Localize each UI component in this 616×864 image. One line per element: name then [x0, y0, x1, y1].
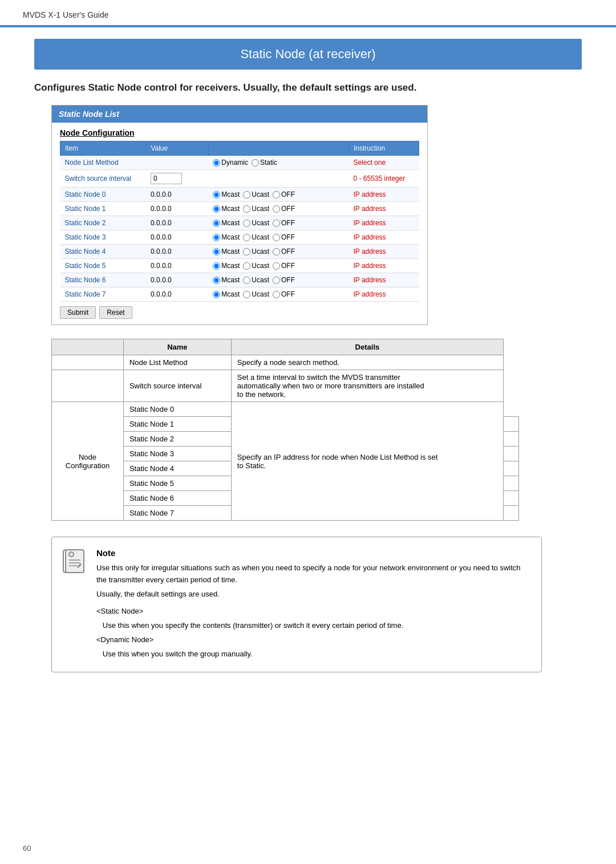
reset-button[interactable]: Reset	[99, 306, 132, 319]
radio-off-5[interactable]	[273, 234, 280, 241]
radio-off-3[interactable]	[273, 205, 280, 213]
label-ucast[interactable]: Ucast	[243, 219, 269, 227]
cell-item: Static Node 3	[60, 230, 146, 245]
radio-mcast-3[interactable]	[213, 205, 220, 213]
cell-value: 0.0.0.0	[146, 202, 208, 216]
label-ucast[interactable]: Ucast	[243, 248, 269, 255]
label-off[interactable]: OFF	[273, 248, 295, 255]
panel-body: Node Configuration Item Value Instructio…	[52, 123, 427, 324]
cell-radio[interactable]: Mcast Ucast OFF	[208, 202, 348, 216]
table-row: Static Node 70.0.0.0 Mcast Ucast OFFIP a…	[60, 287, 419, 302]
details-rowlabel-empty2	[52, 370, 124, 402]
radio-dynamic[interactable]	[213, 159, 220, 167]
label-mcast[interactable]: Mcast	[213, 219, 240, 227]
col-value: Value	[146, 141, 208, 156]
table-row: Static Node 40.0.0.0 Mcast Ucast OFFIP a…	[60, 245, 419, 259]
radio-ucast-8[interactable]	[243, 277, 250, 284]
details-node-details	[504, 506, 519, 521]
label-mcast[interactable]: Mcast	[213, 248, 240, 255]
note-dynamic-tag: <Dynamic Node>	[96, 634, 530, 646]
ip-radio-group[interactable]: Mcast Ucast OFF	[213, 190, 344, 198]
label-off[interactable]: OFF	[273, 205, 295, 213]
page-footer: 60	[23, 844, 31, 853]
label-mcast[interactable]: Mcast	[213, 190, 240, 198]
radio-ucast-2[interactable]	[243, 191, 250, 198]
ip-radio-group[interactable]: Mcast Ucast OFF	[213, 262, 344, 270]
radio-off-7[interactable]	[273, 262, 280, 270]
cell-item: Static Node 7	[60, 287, 146, 302]
label-mcast[interactable]: Mcast	[213, 233, 240, 241]
details-node-details	[504, 461, 519, 476]
note-dynamic-desc: Use this when you switch the group manua…	[96, 648, 530, 660]
table-row: Static Node 60.0.0.0 Mcast Ucast OFFIP a…	[60, 273, 419, 287]
radio-mcast-2[interactable]	[213, 191, 220, 198]
cell-radio[interactable]: Mcast Ucast OFF	[208, 230, 348, 245]
label-mcast[interactable]: Mcast	[213, 262, 240, 270]
radio-mcast-9[interactable]	[213, 291, 220, 298]
label-ucast[interactable]: Ucast	[243, 190, 269, 198]
ip-radio-group[interactable]: Mcast Ucast OFF	[213, 219, 344, 227]
label-dynamic[interactable]: Dynamic	[213, 159, 248, 167]
ip-radio-group[interactable]: Mcast Ucast OFF	[213, 276, 344, 284]
label-off[interactable]: OFF	[273, 262, 295, 270]
col-item: Item	[60, 141, 146, 156]
label-off[interactable]: OFF	[273, 290, 295, 298]
radio-ucast-6[interactable]	[243, 248, 250, 255]
note-static-tag: <Static Node>	[96, 606, 530, 618]
radio-mcast-4[interactable]	[213, 220, 220, 227]
cell-value[interactable]	[146, 170, 208, 188]
cell-item: Switch source interval	[60, 170, 146, 188]
cell-value: 0.0.0.0	[146, 259, 208, 273]
config-table: Item Value Instruction Node List Method …	[60, 141, 419, 302]
label-static[interactable]: Static	[252, 159, 277, 167]
cell-radio[interactable]	[208, 170, 348, 188]
label-mcast[interactable]: Mcast	[213, 276, 240, 284]
ip-radio-group[interactable]: Mcast Ucast OFF	[213, 290, 344, 298]
ip-radio-group[interactable]: Mcast Ucast OFF	[213, 248, 344, 255]
node-list-method-radio-group[interactable]: Dynamic Static	[213, 159, 344, 167]
radio-mcast-5[interactable]	[213, 234, 220, 241]
label-off[interactable]: OFF	[273, 233, 295, 241]
cell-radio[interactable]: Dynamic Static	[208, 156, 348, 170]
cell-radio[interactable]: Mcast Ucast OFF	[208, 273, 348, 287]
ip-radio-group[interactable]: Mcast Ucast OFF	[213, 233, 344, 241]
details-rowlabel-empty	[52, 355, 124, 370]
label-off[interactable]: OFF	[273, 276, 295, 284]
radio-ucast-5[interactable]	[243, 234, 250, 241]
radio-off-2[interactable]	[273, 191, 280, 198]
label-ucast[interactable]: Ucast	[243, 290, 269, 298]
radio-off-4[interactable]	[273, 220, 280, 227]
cell-instruction: IP address	[348, 230, 419, 245]
label-mcast[interactable]: Mcast	[213, 290, 240, 298]
label-ucast[interactable]: Ucast	[243, 276, 269, 284]
cell-radio[interactable]: Mcast Ucast OFF	[208, 216, 348, 230]
radio-mcast-6[interactable]	[213, 248, 220, 255]
ip-radio-group[interactable]: Mcast Ucast OFF	[213, 205, 344, 213]
label-off[interactable]: OFF	[273, 190, 295, 198]
cell-radio[interactable]: Mcast Ucast OFF	[208, 287, 348, 302]
radio-ucast-4[interactable]	[243, 220, 250, 227]
label-mcast[interactable]: Mcast	[213, 205, 240, 213]
radio-mcast-8[interactable]	[213, 277, 220, 284]
details-row: Node List MethodSpecify a node search me…	[52, 355, 519, 370]
label-ucast[interactable]: Ucast	[243, 262, 269, 270]
label-off[interactable]: OFF	[273, 219, 295, 227]
submit-button[interactable]: Submit	[60, 306, 96, 319]
radio-off-6[interactable]	[273, 248, 280, 255]
label-ucast[interactable]: Ucast	[243, 233, 269, 241]
cell-radio[interactable]: Mcast Ucast OFF	[208, 259, 348, 273]
note-line-3: Usually, the default settings are used.	[96, 589, 530, 601]
radio-mcast-7[interactable]	[213, 262, 220, 270]
cell-radio[interactable]: Mcast Ucast OFF	[208, 188, 348, 202]
radio-ucast-9[interactable]	[243, 291, 250, 298]
radio-off-8[interactable]	[273, 277, 280, 284]
radio-off-9[interactable]	[273, 291, 280, 298]
radio-ucast-7[interactable]	[243, 262, 250, 270]
label-ucast[interactable]: Ucast	[243, 205, 269, 213]
radio-ucast-3[interactable]	[243, 205, 250, 213]
cell-item: Static Node 0	[60, 188, 146, 202]
table-row: Node List Method Dynamic StaticSelect on…	[60, 156, 419, 170]
radio-static[interactable]	[252, 159, 259, 167]
cell-radio[interactable]: Mcast Ucast OFF	[208, 245, 348, 259]
switch-interval-input[interactable]	[151, 173, 182, 184]
